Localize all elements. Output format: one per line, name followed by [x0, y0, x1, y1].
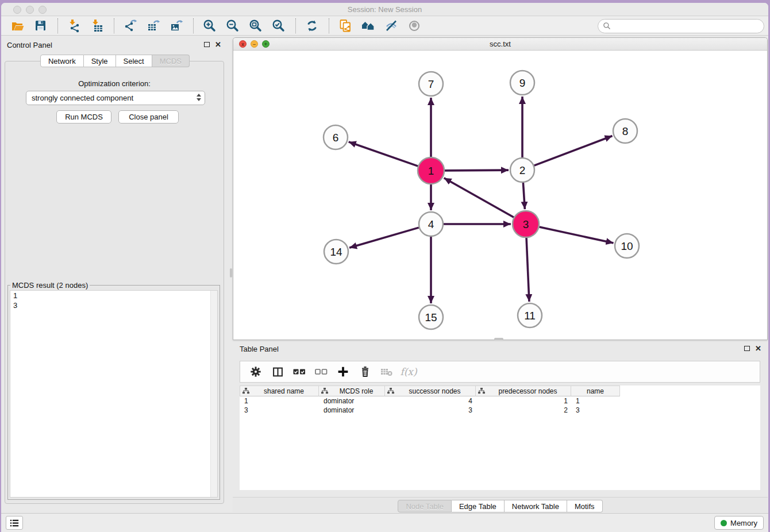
graph-edge-3-11[interactable]	[526, 238, 529, 302]
close-panel-button[interactable]: Close panel	[118, 110, 179, 124]
table-row[interactable]: 3dominator323	[240, 406, 760, 415]
close-view-icon[interactable]: x	[239, 40, 247, 48]
float-panel-icon[interactable]	[744, 346, 750, 351]
network-graph[interactable]: 1234678910111415	[233, 51, 767, 340]
graph-node-8[interactable]: 8	[613, 119, 637, 143]
graph-node-2[interactable]: 2	[510, 158, 534, 182]
graph-node-15[interactable]: 15	[419, 305, 443, 329]
graph-node-6[interactable]: 6	[324, 125, 348, 149]
tab-network-table[interactable]: Network Table	[505, 500, 567, 512]
graph-node-1[interactable]: 1	[418, 157, 444, 184]
graph-node-11[interactable]: 11	[518, 303, 542, 327]
graph-node-7[interactable]: 7	[419, 72, 443, 96]
toolbar-separator	[114, 18, 114, 33]
search-field[interactable]	[598, 19, 764, 33]
tab-edge-table[interactable]: Edge Table	[452, 500, 505, 512]
hide-selected-icon[interactable]	[382, 18, 401, 34]
network-window-titlebar[interactable]: x – + scc.txt	[233, 38, 767, 51]
graph-edge-1-6[interactable]	[349, 142, 418, 166]
run-mcds-button[interactable]: Run MCDS	[56, 110, 111, 124]
main-toolbar	[1, 17, 768, 36]
open-session-icon[interactable]	[8, 18, 28, 34]
table-toolbar: f(x)	[240, 361, 760, 383]
show-all-icon[interactable]	[405, 18, 424, 34]
graph-node-14[interactable]: 14	[324, 240, 348, 264]
main-titlebar: Session: New Session	[1, 3, 768, 16]
cell-MCDS-role: dominator	[319, 406, 385, 415]
cell-successor-nodes: 4	[385, 396, 476, 406]
graph-node-3[interactable]: 3	[513, 211, 539, 237]
graph-node-9[interactable]: 9	[510, 71, 534, 95]
tab-node-table[interactable]: Node Table	[398, 500, 452, 512]
splitter-handle[interactable]	[494, 338, 503, 340]
svg-text:1: 1	[428, 165, 434, 177]
import-network-icon[interactable]	[64, 18, 84, 34]
zoom-in-icon[interactable]	[200, 18, 220, 34]
column-header-MCDS-role[interactable]: MCDS role	[319, 385, 385, 396]
task-history-button[interactable]	[6, 516, 23, 530]
cell-MCDS-role: dominator	[319, 396, 385, 406]
cell-shared-name: 1	[240, 396, 319, 406]
control-panel-header: Control Panel ✕	[2, 38, 228, 53]
deselect-all-icon[interactable]	[313, 364, 330, 380]
import-table-icon[interactable]	[87, 18, 107, 34]
first-neighbors-icon[interactable]	[359, 18, 378, 34]
mcds-result-item[interactable]: 3	[10, 300, 217, 310]
table-row[interactable]: 1dominator411	[240, 396, 760, 406]
minimize-window-icon[interactable]	[26, 6, 34, 14]
float-panel-icon[interactable]	[204, 42, 210, 47]
network-canvas[interactable]: 1234678910111415	[233, 51, 767, 340]
mcds-result-title: MCDS result (2 nodes)	[10, 281, 90, 290]
delete-row-icon[interactable]	[356, 364, 374, 380]
graph-edge-2-8[interactable]	[534, 136, 613, 166]
zoom-fit-icon[interactable]	[246, 18, 265, 34]
zoom-out-icon[interactable]	[223, 18, 242, 34]
column-header-shared-name[interactable]: shared name	[240, 385, 319, 396]
column-header-name[interactable]: name	[571, 385, 620, 396]
tab-style[interactable]: Style	[84, 55, 116, 67]
close-panel-icon[interactable]: ✕	[755, 344, 761, 353]
delete-table-icon	[378, 364, 395, 380]
network-view-title: scc.txt	[233, 38, 767, 51]
criterion-dropdown[interactable]: strongly connected component	[26, 91, 205, 105]
column-header-successor-nodes[interactable]: successor nodes	[385, 385, 476, 396]
graph-edge-4-14[interactable]	[349, 228, 419, 248]
graph-node-10[interactable]: 10	[615, 234, 639, 258]
svg-text:3: 3	[523, 218, 529, 230]
graph-node-4[interactable]: 4	[419, 212, 443, 236]
zoom-window-icon[interactable]	[38, 6, 47, 14]
settings-gear-icon[interactable]	[247, 364, 264, 380]
export-image-icon[interactable]	[167, 18, 186, 34]
new-network-from-selection-icon[interactable]	[336, 18, 355, 34]
scrollbar-track[interactable]	[210, 291, 217, 497]
show-columns-icon[interactable]	[269, 364, 286, 380]
cell-name: 1	[571, 396, 620, 406]
close-panel-icon[interactable]: ✕	[215, 40, 221, 49]
close-window-icon[interactable]	[13, 6, 21, 14]
application-window: Session: New Session	[1, 3, 768, 532]
tab-select[interactable]: Select	[116, 55, 152, 67]
graph-edge-1-2[interactable]	[445, 170, 509, 171]
export-table-icon[interactable]	[144, 18, 163, 34]
maximize-view-icon[interactable]: +	[262, 40, 270, 48]
tab-mcds[interactable]: MCDS	[152, 55, 190, 67]
graph-edge-2-3[interactable]	[523, 183, 525, 209]
minimize-view-icon[interactable]: –	[251, 40, 258, 48]
save-session-icon[interactable]	[31, 18, 51, 34]
export-network-icon[interactable]	[121, 18, 140, 34]
refresh-icon[interactable]	[302, 18, 322, 34]
splitter-handle[interactable]	[230, 268, 232, 277]
graph-edge-3-1[interactable]	[444, 178, 514, 217]
zoom-selected-icon[interactable]	[269, 18, 288, 34]
column-header-predecessor-nodes[interactable]: predecessor nodes	[476, 385, 571, 396]
mcds-result-list[interactable]: 13	[10, 290, 218, 498]
add-row-icon[interactable]	[334, 364, 352, 380]
search-input[interactable]	[614, 20, 764, 32]
select-all-icon[interactable]	[291, 364, 308, 380]
tab-network[interactable]: Network	[40, 55, 84, 67]
tab-motifs[interactable]: Motifs	[567, 500, 603, 512]
control-panel-title: Control Panel	[7, 41, 52, 49]
mcds-result-item[interactable]: 1	[10, 291, 217, 300]
memory-button[interactable]: Memory	[714, 516, 764, 530]
graph-edge-3-10[interactable]	[539, 227, 613, 243]
